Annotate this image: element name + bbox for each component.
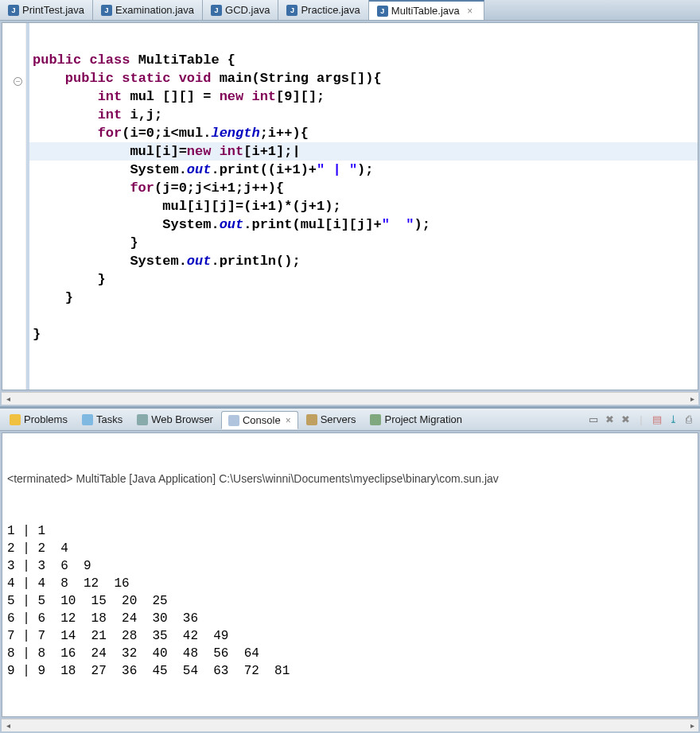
scroll-lock-icon[interactable]: ⤓ xyxy=(667,413,679,426)
java-file-icon: J xyxy=(8,5,19,16)
java-file-icon: J xyxy=(286,5,298,16)
editor-body: – public class MultiTable { public stati… xyxy=(2,22,698,390)
code-line: System.out.println(); xyxy=(33,252,698,270)
code-line xyxy=(33,307,698,325)
editor-pane: JPrintTest.javaJExamination.javaJGCD.jav… xyxy=(0,0,700,406)
remove-all-terminated-icon[interactable]: ✖ xyxy=(619,413,632,426)
close-icon[interactable]: × xyxy=(465,6,476,17)
view-tab-web-browser[interactable]: Web Browser xyxy=(130,411,220,428)
editor-tab-label: MultiTable.java xyxy=(391,5,460,17)
remove-all-icon[interactable]: ✖ xyxy=(603,413,616,426)
scroll-right-icon[interactable]: ▸ xyxy=(686,721,698,730)
code-line xyxy=(33,33,698,51)
code-line: } xyxy=(33,289,698,307)
code-line: System.out.print((i+1)+" | "); xyxy=(33,161,698,179)
console-body[interactable]: <terminated> MultiTable [Java Applicatio… xyxy=(2,432,698,717)
gutter: – xyxy=(2,23,26,390)
scroll-track[interactable] xyxy=(14,721,686,731)
web-browser-icon xyxy=(137,414,148,425)
code-line: mul[i][j]=(i+1)*(j+1); xyxy=(33,197,698,215)
divider-icon: | xyxy=(635,413,648,426)
pin-console-icon[interactable]: ⎙ xyxy=(682,413,695,426)
view-tab-project-migration[interactable]: Project Migration xyxy=(364,411,469,428)
view-tab-problems[interactable]: Problems xyxy=(3,411,74,428)
editor-tab[interactable]: JMultiTable.java× xyxy=(369,0,484,20)
remove-launch-icon[interactable]: ▭ xyxy=(587,413,600,426)
editor-tab[interactable]: JPrintTest.java xyxy=(0,0,93,20)
editor-tab-label: GCD.java xyxy=(225,4,270,16)
code-line: int mul [][] = new int[9][]; xyxy=(33,87,698,106)
code-line: } xyxy=(33,325,698,343)
code-line: } xyxy=(33,270,698,289)
code-line: public static void main(String args[]){ xyxy=(33,69,698,87)
console-process-header: <terminated> MultiTable [Java Applicatio… xyxy=(7,470,693,487)
project-migration-icon xyxy=(370,414,381,425)
java-file-icon: J xyxy=(211,5,222,16)
fold-icon[interactable]: – xyxy=(14,77,22,86)
editor-tab-bar: JPrintTest.javaJExamination.javaJGCD.jav… xyxy=(0,0,700,21)
view-tab-tasks[interactable]: Tasks xyxy=(76,411,129,428)
editor-tab[interactable]: JExamination.java xyxy=(93,0,203,20)
code-line: for(j=0;j<i+1;j++){ xyxy=(33,179,698,197)
editor-tab-label: Examination.java xyxy=(115,4,194,16)
code-area[interactable]: public class MultiTable { public static … xyxy=(26,23,698,390)
editor-tab[interactable]: JGCD.java xyxy=(203,0,278,20)
scroll-left-icon[interactable]: ◂ xyxy=(2,394,14,403)
view-tab-console[interactable]: Console× xyxy=(221,411,298,429)
scroll-right-icon[interactable]: ▸ xyxy=(686,394,698,403)
editor-tab-label: Practice.java xyxy=(301,4,360,16)
code-line: public class MultiTable { xyxy=(33,51,698,69)
view-tab-label: Web Browser xyxy=(151,413,213,425)
code-line: System.out.print(mul[i][j]+" "); xyxy=(33,215,698,234)
code-line: int i,j; xyxy=(33,106,698,124)
problems-icon xyxy=(10,414,21,425)
editor-hscrollbar[interactable]: ◂ ▸ xyxy=(2,392,698,405)
console-hscrollbar[interactable]: ◂ ▸ xyxy=(2,719,698,731)
tasks-icon xyxy=(82,414,93,425)
view-tab-label: Servers xyxy=(321,413,356,425)
scroll-track[interactable] xyxy=(14,394,686,404)
scroll-left-icon[interactable]: ◂ xyxy=(2,721,14,730)
java-file-icon: J xyxy=(101,5,112,16)
view-tab-bar: ProblemsTasksWeb BrowserConsole×ServersP… xyxy=(0,409,700,431)
view-tab-label: Tasks xyxy=(96,413,122,425)
clear-console-icon[interactable]: ▤ xyxy=(651,413,663,426)
view-tab-label: Console xyxy=(243,414,281,426)
view-tab-servers[interactable]: Servers xyxy=(300,411,363,428)
console-icon xyxy=(228,415,239,426)
close-icon[interactable]: × xyxy=(286,415,291,426)
bottom-pane: ProblemsTasksWeb BrowserConsole×ServersP… xyxy=(0,406,700,733)
code-line: for(i=0;i<mul.length;i++){ xyxy=(33,124,698,142)
code-line: mul[i]=new int[i+1];| xyxy=(33,142,698,161)
java-file-icon: J xyxy=(377,6,388,17)
code-line: } xyxy=(33,234,698,252)
servers-icon xyxy=(306,414,317,425)
view-tab-label: Project Migration xyxy=(384,413,462,425)
console-toolbar: ▭ ✖ ✖ | ▤ ⤓ ⎙ xyxy=(587,413,700,426)
console-output: 1 | 1 2 | 2 4 3 | 3 6 9 4 | 4 8 12 16 5 … xyxy=(7,522,693,680)
editor-tab-label: PrintTest.java xyxy=(22,4,84,16)
editor-tab[interactable]: JPractice.java xyxy=(278,0,368,20)
view-tab-label: Problems xyxy=(24,413,68,425)
